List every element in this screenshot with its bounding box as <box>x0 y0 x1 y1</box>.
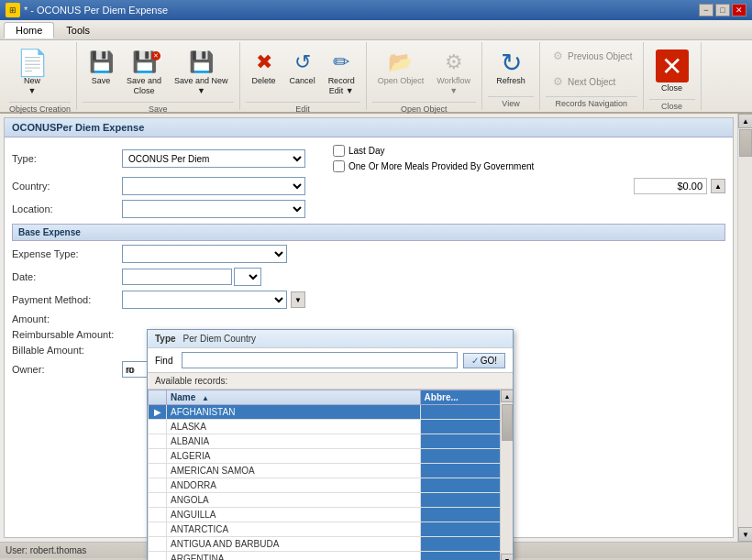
close-button[interactable]: ✕ Close <box>649 46 695 97</box>
workflow-button[interactable]: ⚙ Workflow▼ <box>431 46 476 100</box>
amount-value: $0.00 <box>677 181 702 192</box>
location-row: Location: <box>12 200 725 218</box>
base-expense-header: Base Expense <box>12 224 725 241</box>
popup-type-value: Per Diem Country <box>183 334 256 344</box>
ribbon-group-open-object: 📂 Open Object ⚙ Workflow▼ Open Object <box>367 42 482 110</box>
scroll-up-btn[interactable]: ▲ <box>738 114 752 128</box>
amount-display: $0.00 <box>634 178 707 194</box>
abbr-col-label: Abbre... <box>425 392 459 402</box>
next-button[interactable]: ⚙ Next Object <box>546 71 620 92</box>
payment-method-label: Payment Method: <box>12 294 122 305</box>
popup-table-row[interactable]: ARGENTINA <box>149 552 513 561</box>
save-close-label: Save andClose <box>127 76 161 96</box>
amount-btn[interactable]: ▲ <box>711 179 725 193</box>
type-label: Type: <box>12 153 122 164</box>
popup-scrollbar[interactable]: ▲ ▼ <box>500 390 513 560</box>
popup-find-row: Find ✓ GO! <box>148 348 513 373</box>
popup-find-input[interactable] <box>182 352 457 368</box>
menu-tab-tools[interactable]: Tools <box>54 22 102 38</box>
open-object-icon: 📂 <box>388 49 414 75</box>
refresh-icon: ↻ <box>498 49 524 75</box>
popup-table-row[interactable]: ALBANIA <box>149 434 513 449</box>
billable-label: Billable Amount: <box>12 345 122 356</box>
payment-method-select[interactable] <box>122 291 287 309</box>
open-object-button[interactable]: 📂 Open Object <box>372 46 430 90</box>
new-label: New▼ <box>24 76 40 96</box>
record-edit-button[interactable]: ✏ RecordEdit ▼ <box>323 46 360 100</box>
popup-scroll-up[interactable]: ▲ <box>501 390 513 402</box>
delete-icon: ✖ <box>251 49 277 75</box>
ribbon-group-navigation: ⚙ Previous Object ⚙ Next Object Records … <box>540 42 644 110</box>
refresh-button[interactable]: ↻ Refresh <box>488 46 534 90</box>
menu-tab-home[interactable]: Home <box>4 22 54 38</box>
popup-table-row[interactable]: ANDORRA <box>149 478 513 493</box>
close-label: Close <box>661 83 682 93</box>
ribbon-group-close: ✕ Close Close <box>644 42 702 110</box>
popup-table-row[interactable]: ANGUILLA <box>149 508 513 522</box>
scroll-thumb[interactable] <box>739 129 752 157</box>
popup-scroll-down[interactable]: ▼ <box>501 554 513 560</box>
popup-table-row[interactable]: ALGERIA <box>149 449 513 464</box>
previous-button[interactable]: ⚙ Previous Object <box>546 46 637 66</box>
cancel-button[interactable]: ↺ Cancel <box>284 46 321 90</box>
expense-type-row: Expense Type: <box>12 245 725 263</box>
open-object-group-label: Open Object <box>372 102 476 114</box>
title-bar: ⊞ * - OCONUS Per Diem Expense − □ ✕ <box>0 0 752 20</box>
popup-table-row[interactable]: ANGOLA <box>149 493 513 508</box>
popup-table-row[interactable]: ▶ AFGHANISTAN <box>149 405 513 420</box>
main-scrollbar[interactable]: ▲ ▼ <box>737 114 752 542</box>
go-button[interactable]: ✓ GO! <box>463 353 505 368</box>
scroll-track <box>738 128 752 527</box>
expense-type-label: Expense Type: <box>12 248 122 259</box>
popup-table-row[interactable]: ANTIGUA AND BARBUDA <box>149 537 513 552</box>
restore-btn[interactable]: □ <box>715 4 730 16</box>
popup-table-row[interactable]: AMERICAN SAMOA <box>149 464 513 478</box>
type-select[interactable]: OCONUS Per Diem <box>122 149 305 168</box>
expense-type-select[interactable] <box>122 245 287 263</box>
delete-button[interactable]: ✖ Delete <box>246 46 282 90</box>
meals-row: One Or More Meals Provided By Government <box>333 160 534 172</box>
last-day-checkbox[interactable] <box>333 145 345 157</box>
menu-bar: Home Tools <box>0 20 752 40</box>
abbr-col-header[interactable]: Abbre... <box>420 390 512 405</box>
row-name: ANDORRA <box>167 478 421 493</box>
popup-table-row[interactable]: ALASKA <box>149 420 513 434</box>
country-select[interactable] <box>122 177 305 195</box>
save-and-new-button[interactable]: 💾 Save and New▼ <box>169 46 234 100</box>
name-col-header[interactable]: Name ▲ <box>167 390 421 405</box>
row-arrow <box>149 522 167 537</box>
row-arrow <box>149 478 167 493</box>
delete-label: Delete <box>252 76 276 86</box>
available-label: Available records: <box>148 373 513 390</box>
next-icon: ⚙ <box>550 74 565 89</box>
payment-method-row: Payment Method: ▼ <box>12 291 725 309</box>
payment-dropdown-btn[interactable]: ▼ <box>291 291 305 308</box>
navigation-group-label: Records Navigation <box>546 96 637 108</box>
popup-scroll-thumb[interactable] <box>502 404 513 441</box>
row-abbr <box>420 434 512 449</box>
arrow-col-header <box>149 390 167 405</box>
row-abbr <box>420 537 512 552</box>
minimize-btn[interactable]: − <box>699 4 713 16</box>
location-select[interactable] <box>122 200 305 218</box>
scroll-down-btn[interactable]: ▼ <box>738 527 752 542</box>
date-dropdown[interactable] <box>234 268 261 286</box>
date-row: Date: <box>12 268 725 286</box>
new-button[interactable]: 📄 New▼ <box>9 46 55 100</box>
row-abbr <box>420 493 512 508</box>
last-day-row: Last Day <box>333 145 534 157</box>
save-new-label: Save and New▼ <box>174 76 228 96</box>
save-button[interactable]: 💾 Save <box>83 46 119 90</box>
window-title: * - OCONUS Per Diem Expense <box>24 5 168 16</box>
save-icon: 💾 <box>88 49 114 75</box>
cancel-icon: ↺ <box>290 49 315 75</box>
row-arrow <box>149 434 167 449</box>
location-dropdown-trigger[interactable] <box>122 200 305 218</box>
popup-table-row[interactable]: ANTARCTICA <box>149 522 513 537</box>
save-and-close-button[interactable]: 💾✕ Save andClose <box>121 46 167 100</box>
type-row: Type: OCONUS Per Diem Last Day One Or Mo… <box>12 145 725 172</box>
window-close-btn[interactable]: ✕ <box>732 4 746 16</box>
date-input[interactable] <box>122 269 232 285</box>
save-label: Save <box>92 76 111 86</box>
meals-checkbox[interactable] <box>333 160 345 172</box>
